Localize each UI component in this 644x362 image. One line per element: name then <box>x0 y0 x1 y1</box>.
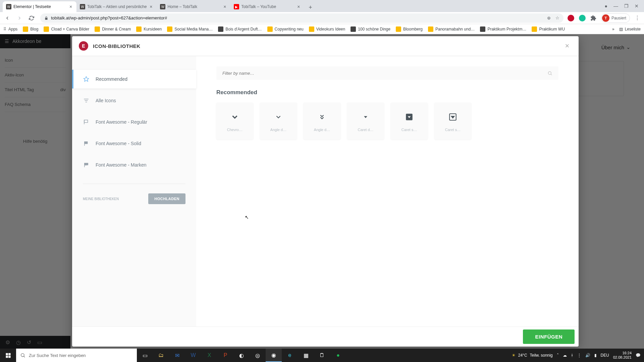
bookmark-item[interactable]: Dinner & Cream <box>95 26 131 32</box>
zoom-icon[interactable]: ⊕ <box>547 15 551 20</box>
site-icon <box>480 26 485 32</box>
account-dot-icon[interactable]: ● <box>605 3 607 9</box>
app-icon[interactable]: ▦ <box>298 349 314 362</box>
bluetooth-icon[interactable]: ᚼ <box>571 353 573 358</box>
icon-card-caret-square-solid[interactable]: Caret s… <box>391 103 428 139</box>
svg-rect-2 <box>85 100 88 101</box>
svg-rect-16 <box>8 353 10 355</box>
close-icon[interactable]: × <box>149 4 153 9</box>
bookmark-item[interactable]: Cload + Canva Bilder <box>44 26 89 32</box>
forward-button[interactable] <box>15 13 24 23</box>
tab-title: TobiTalk – Aktien und persönliche <box>87 4 147 9</box>
language-indicator[interactable]: DEU <box>601 353 609 358</box>
sidebar-item-fa-regular[interactable]: Font Awesome - Regulär <box>72 113 196 131</box>
app-icon[interactable]: ◐ <box>233 349 250 362</box>
bookmark-item[interactable]: Panoramabahn und… <box>428 26 475 32</box>
powerpoint-icon[interactable]: P <box>217 349 233 362</box>
bookmark-item[interactable]: Praktikum WU <box>532 26 565 32</box>
excel-icon[interactable]: X <box>201 349 217 362</box>
tab-home-tobitalk[interactable]: W Home – TobiTalk × <box>157 1 230 12</box>
search-icon[interactable] <box>547 71 552 76</box>
windows-search[interactable]: Zur Suche Text hier eingeben <box>16 349 137 362</box>
bookmark-apps[interactable]: ⠿Apps <box>3 27 17 32</box>
icon-card-chevron-down[interactable]: Chevro… <box>216 103 253 139</box>
reading-list[interactable]: ▤Leseliste <box>619 27 641 32</box>
extensions-icon[interactable] <box>590 15 596 21</box>
explorer-icon[interactable]: 🗂 <box>153 349 169 362</box>
icon-card-caret-square-outline[interactable]: Caret s… <box>434 103 471 139</box>
bookmark-item[interactable]: Videokurs Ideen <box>309 26 345 32</box>
my-libraries-label: MEINE BIBLIOTHEKEN <box>83 197 119 201</box>
close-icon[interactable]: × <box>222 4 227 9</box>
folder-icon <box>532 26 537 32</box>
start-button[interactable] <box>0 349 16 362</box>
task-view-icon[interactable]: ▭ <box>137 349 153 362</box>
profile-paused[interactable]: T Pausiert <box>601 13 630 23</box>
bookmark-item[interactable]: Social Media Mana… <box>167 26 213 32</box>
icon-card-angle-double-down[interactable]: Angle d… <box>304 103 340 139</box>
address-bar[interactable]: tobitalk.at/wp-admin/post.php?post=627&a… <box>40 13 564 23</box>
star-icon[interactable]: ☆ <box>555 15 559 20</box>
tab-elementor[interactable]: W Elementor | Testseite × <box>3 1 76 12</box>
close-window-icon[interactable]: ✕ <box>635 3 639 9</box>
notepad-icon[interactable]: 🗒 <box>314 349 330 362</box>
new-tab-button[interactable]: + <box>306 3 315 12</box>
icon-label: Caret d… <box>358 128 373 132</box>
maximize-icon[interactable]: ❐ <box>624 3 629 9</box>
bookmark-item[interactable]: Blog <box>23 26 38 32</box>
tray-overflow-icon[interactable]: ˄ <box>557 353 559 358</box>
extension-icon-grammarly[interactable] <box>579 15 586 21</box>
filter-input[interactable] <box>222 71 547 76</box>
folder-icon <box>167 26 172 32</box>
close-icon[interactable]: × <box>68 4 73 9</box>
menu-icon[interactable]: ⋮ <box>635 15 640 21</box>
upload-button[interactable]: HOCHLADEN <box>148 193 185 204</box>
svg-rect-18 <box>8 356 10 358</box>
back-button[interactable] <box>3 13 12 23</box>
insert-button[interactable]: EINFÜGEN <box>523 329 575 344</box>
filter-icon <box>83 97 90 104</box>
sidebar-item-fa-solid[interactable]: Font Awesome - Solid <box>72 134 196 153</box>
reload-button[interactable] <box>27 13 36 23</box>
edge-icon[interactable]: e <box>282 349 298 362</box>
icon-card-angle-down[interactable]: Angle d… <box>260 103 297 139</box>
minimize-icon[interactable]: — <box>613 3 618 9</box>
bookmark-item[interactable]: Praktikum Projektm… <box>480 26 526 32</box>
close-icon[interactable]: × <box>296 4 301 9</box>
close-modal-button[interactable]: × <box>562 41 572 51</box>
sidebar-item-label: Alle Icons <box>96 98 116 103</box>
tab-youtube[interactable]: ▶ TobiTalk – YouTube × <box>230 1 304 12</box>
icon-card-caret-down[interactable]: Caret d… <box>347 103 384 139</box>
bookmark-item[interactable]: Bloomberg <box>396 26 423 32</box>
page-content: ☰ Akkordeon be Icon Aktiv-Icon Titel HTM… <box>0 34 644 349</box>
bookmark-item[interactable]: Copywriting neu <box>267 26 304 32</box>
modal-sidebar: Recommended Alle Icons Font Awesome - Re… <box>72 56 196 326</box>
onedrive-icon[interactable]: ☁ <box>563 353 567 358</box>
bookmarks-overflow[interactable]: » <box>612 27 614 32</box>
sidebar-item-fa-brands[interactable]: Font Awesome - Marken <box>72 156 196 174</box>
obs-icon[interactable]: ◎ <box>250 349 266 362</box>
sun-icon: ☀ <box>512 353 516 358</box>
browser-tab-strip: W Elementor | Testseite × W TobiTalk – A… <box>0 0 644 12</box>
chrome-icon[interactable]: ◉ <box>266 349 282 362</box>
weather-widget[interactable]: ☀ 24°C Teilw. sonnig <box>512 353 553 358</box>
spotify-icon[interactable]: ● <box>330 349 346 362</box>
section-title: Recommended <box>216 89 558 96</box>
volume-icon[interactable]: 🔊 <box>585 353 590 358</box>
extension-icon-abp[interactable] <box>568 15 574 21</box>
tab-tobitalk-aktien[interactable]: W TobiTalk – Aktien und persönliche × <box>76 1 157 12</box>
clock[interactable]: 16:24 02.08.2021 <box>613 351 632 360</box>
notifications-icon[interactable]: 💬 <box>636 353 641 358</box>
bookmark-item[interactable]: 100 schöne Dinge <box>351 26 390 32</box>
bookmark-item[interactable]: Kursideen <box>136 26 162 32</box>
sidebar-item-recommended[interactable]: Recommended <box>72 70 196 88</box>
mail-icon[interactable]: ✉ <box>169 349 185 362</box>
bookmark-item[interactable]: Bois d'Argent Duft… <box>218 26 262 32</box>
lock-icon <box>44 16 48 20</box>
youtube-icon: ▶ <box>234 4 239 9</box>
battery-icon[interactable]: ▮ <box>594 353 597 358</box>
sidebar-item-all-icons[interactable]: Alle Icons <box>72 91 196 110</box>
folder-icon <box>267 26 273 32</box>
wifi-icon[interactable]: ⋮ <box>577 353 581 358</box>
word-icon[interactable]: W <box>185 349 201 362</box>
